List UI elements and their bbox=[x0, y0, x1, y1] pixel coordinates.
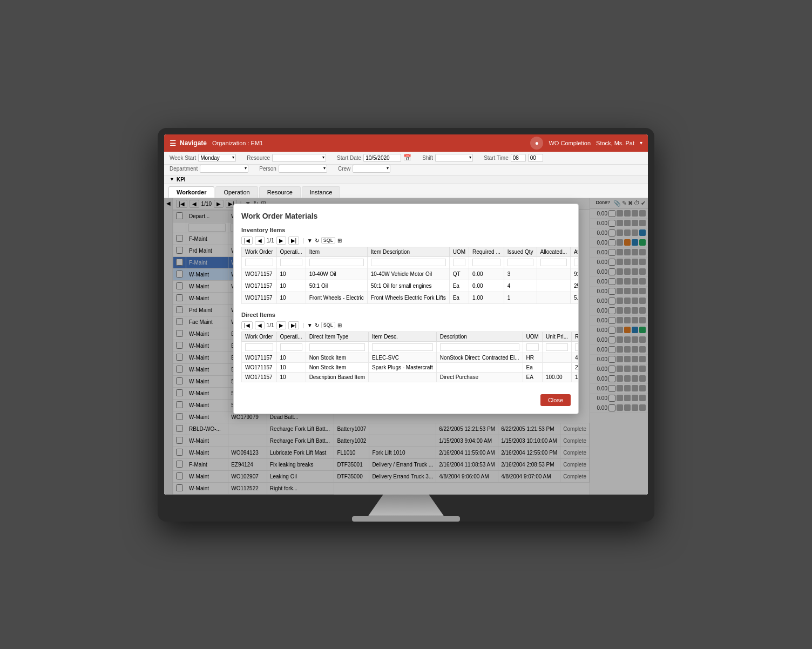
inv-cell: WO171157 bbox=[242, 280, 277, 292]
inv-filter-input[interactable] bbox=[453, 259, 465, 266]
user-dropdown-caret[interactable]: ▾ bbox=[640, 140, 642, 146]
dir-header: Required Q... bbox=[572, 332, 579, 341]
calendar-icon[interactable]: 📅 bbox=[403, 154, 411, 161]
dir-cell: Non Stock Item bbox=[306, 353, 368, 362]
inv-header: Item Description bbox=[367, 247, 449, 256]
crew-label: Crew bbox=[338, 166, 350, 172]
department-select[interactable] bbox=[200, 165, 248, 173]
dir-cell bbox=[542, 353, 571, 362]
kpi-label: KPI bbox=[177, 177, 186, 182]
week-start-select[interactable]: Monday bbox=[198, 154, 236, 162]
inv-cell: 91,465.00 bbox=[571, 268, 579, 280]
inv-filter-icon[interactable]: ▼ bbox=[307, 238, 313, 244]
dir-header: Operati... bbox=[276, 332, 306, 341]
dir-grid-icon[interactable]: ⊞ bbox=[337, 322, 342, 328]
dir-cell bbox=[542, 362, 571, 372]
dir-cell bbox=[436, 362, 523, 372]
tab-resource[interactable]: Resource bbox=[259, 186, 301, 198]
inv-filter-input[interactable] bbox=[540, 259, 567, 266]
inv-cell bbox=[537, 268, 570, 280]
start-date-input[interactable] bbox=[363, 154, 401, 162]
modal-close-button[interactable]: Close bbox=[540, 394, 571, 406]
dir-filter-input[interactable] bbox=[440, 343, 519, 351]
shift-select-wrap bbox=[435, 154, 473, 162]
start-time-hour-input[interactable] bbox=[511, 154, 526, 162]
inventory-row[interactable]: WO1711571050:1 Oil50:1 Oil for small eng… bbox=[242, 280, 579, 292]
dir-filter-input[interactable] bbox=[546, 343, 568, 351]
dir-filter-input[interactable] bbox=[245, 343, 273, 351]
inventory-row[interactable]: WO1711571010-40W Oil10-40W Vehicle Motor… bbox=[242, 268, 579, 280]
inv-header: Item bbox=[306, 247, 367, 256]
direct-row[interactable]: WO17115710Non Stock ItemSpark Plugs - Ma… bbox=[242, 362, 579, 372]
inv-filter-input[interactable] bbox=[280, 259, 302, 266]
inv-page: 1/1 bbox=[267, 238, 274, 244]
tab-operation[interactable]: Operation bbox=[215, 186, 258, 198]
start-time-min-input[interactable] bbox=[528, 154, 543, 162]
dir-cell: EA bbox=[523, 372, 542, 382]
user-avatar-icon: ● bbox=[530, 137, 543, 150]
inventory-section-title: Inventory Items bbox=[241, 227, 571, 233]
dir-filter-icon[interactable]: ▼ bbox=[307, 322, 313, 328]
week-start-select-wrap: Monday bbox=[198, 154, 236, 162]
dir-first-btn[interactable]: |◀ bbox=[241, 321, 253, 329]
inv-filter-input[interactable] bbox=[508, 259, 533, 266]
inv-next-btn[interactable]: ▶ bbox=[276, 236, 286, 245]
inv-cell bbox=[537, 292, 570, 303]
direct-row[interactable]: WO17115710Description Based ItemDirect P… bbox=[242, 372, 579, 382]
inv-prev-btn[interactable]: ◀ bbox=[255, 236, 265, 245]
inv-filter-input[interactable] bbox=[371, 259, 446, 266]
dir-cell: WO171157 bbox=[242, 353, 277, 362]
main-toolbar: Week Start Monday Resource Start Date 📅 bbox=[164, 152, 648, 165]
start-time-label: Start Time bbox=[484, 155, 509, 161]
inv-filter-input[interactable] bbox=[309, 259, 364, 266]
inv-cell: 3 bbox=[504, 268, 537, 280]
dir-refresh-icon[interactable]: ↻ bbox=[315, 322, 319, 328]
dir-next-btn[interactable]: ▶ bbox=[276, 321, 286, 329]
modal-overlay: Work Order Materials Inventory Items |◀ … bbox=[164, 198, 648, 495]
dir-filter-input[interactable] bbox=[575, 343, 579, 351]
dir-cell: 4.00 bbox=[572, 353, 579, 362]
inventory-row[interactable]: WO17115710Front Wheels - ElectricFront W… bbox=[242, 292, 579, 303]
inv-first-btn[interactable]: |◀ bbox=[241, 236, 253, 245]
crew-group: Crew bbox=[338, 165, 390, 173]
navigate-label[interactable]: Navigate bbox=[180, 139, 207, 147]
direct-row[interactable]: WO17115710Non Stock ItemELEC-SVCNonStock… bbox=[242, 353, 579, 362]
crew-select[interactable] bbox=[353, 165, 390, 173]
inv-cell: Ea bbox=[449, 280, 469, 292]
inv-last-btn[interactable]: ▶| bbox=[288, 236, 300, 245]
inv-filter-input[interactable] bbox=[472, 259, 500, 266]
dir-filter-input[interactable] bbox=[372, 343, 433, 351]
resource-select[interactable] bbox=[272, 154, 326, 162]
direct-toolbar: |◀ ◀ 1/1 ▶ ▶| | ▼ ↻ SQL ⊞ bbox=[241, 321, 571, 329]
kpi-toggle[interactable]: ▼ bbox=[170, 177, 174, 182]
inv-cell: 10 bbox=[276, 280, 306, 292]
dir-prev-btn[interactable]: ◀ bbox=[255, 321, 265, 329]
person-select[interactable] bbox=[279, 165, 327, 173]
modal-title: Work Order Materials bbox=[241, 212, 571, 220]
dir-last-btn[interactable]: ▶| bbox=[288, 321, 300, 329]
tab-instance[interactable]: Instance bbox=[302, 186, 341, 198]
inv-header: Allocated... bbox=[537, 247, 570, 256]
hamburger-icon[interactable]: ☰ bbox=[170, 139, 177, 147]
tab-workorder[interactable]: Workorder bbox=[168, 186, 214, 198]
wo-completion-label[interactable]: WO Completion bbox=[549, 140, 591, 146]
top-navigation: ☰ Navigate Organization : EM1 ● WO Compl… bbox=[164, 134, 648, 152]
inv-header: Operati... bbox=[276, 247, 306, 256]
inv-filter-input[interactable] bbox=[574, 259, 579, 266]
inv-filter-input[interactable] bbox=[245, 259, 273, 266]
dir-cell: Non Stock Item bbox=[306, 362, 368, 372]
inv-grid-icon[interactable]: ⊞ bbox=[337, 238, 342, 244]
work-order-materials-modal: Work Order Materials Inventory Items |◀ … bbox=[233, 204, 579, 414]
main-area: ◀ |◀ ◀ 1/10 ▶ ▶| | ▼ ↻ ⊞ bbox=[164, 198, 648, 495]
shift-select[interactable] bbox=[435, 154, 473, 162]
kpi-section: ▼ KPI bbox=[164, 175, 648, 184]
direct-section-title: Direct Items bbox=[241, 312, 571, 318]
inv-cell: 25,241.00 bbox=[571, 280, 579, 292]
dir-filter-input[interactable] bbox=[280, 343, 302, 351]
dir-filter-input[interactable] bbox=[309, 343, 365, 351]
dir-cell bbox=[369, 372, 437, 382]
resource-group: Resource bbox=[247, 154, 326, 162]
inv-refresh-icon[interactable]: ↻ bbox=[315, 238, 319, 244]
dir-filter-input[interactable] bbox=[526, 343, 539, 351]
shift-label: Shift bbox=[422, 155, 433, 161]
